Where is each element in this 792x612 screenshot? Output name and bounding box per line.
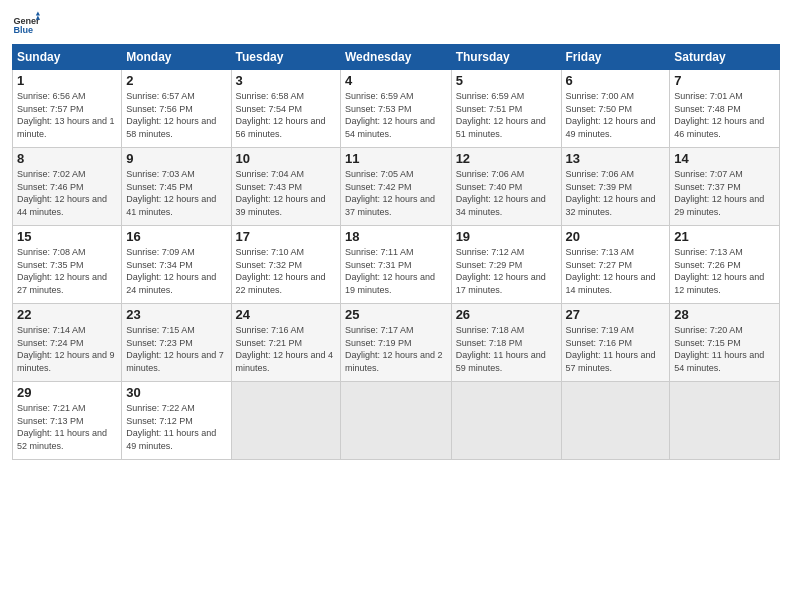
calendar-cell: 17 Sunrise: 7:10 AM Sunset: 7:32 PM Dayl… — [231, 226, 340, 304]
calendar-cell: 12 Sunrise: 7:06 AM Sunset: 7:40 PM Dayl… — [451, 148, 561, 226]
day-info: Sunrise: 7:06 AM Sunset: 7:39 PM Dayligh… — [566, 168, 666, 218]
logo-icon: General Blue — [12, 10, 40, 38]
day-info: Sunrise: 7:11 AM Sunset: 7:31 PM Dayligh… — [345, 246, 447, 296]
calendar-cell: 30 Sunrise: 7:22 AM Sunset: 7:12 PM Dayl… — [122, 382, 231, 460]
day-header: Wednesday — [341, 45, 452, 70]
calendar-cell — [341, 382, 452, 460]
calendar-cell: 4 Sunrise: 6:59 AM Sunset: 7:53 PM Dayli… — [341, 70, 452, 148]
day-header: Sunday — [13, 45, 122, 70]
calendar-week: 29 Sunrise: 7:21 AM Sunset: 7:13 PM Dayl… — [13, 382, 780, 460]
day-info: Sunrise: 7:15 AM Sunset: 7:23 PM Dayligh… — [126, 324, 226, 374]
day-number: 3 — [236, 73, 336, 88]
day-number: 14 — [674, 151, 775, 166]
calendar-cell: 23 Sunrise: 7:15 AM Sunset: 7:23 PM Dayl… — [122, 304, 231, 382]
calendar-cell: 13 Sunrise: 7:06 AM Sunset: 7:39 PM Dayl… — [561, 148, 670, 226]
day-number: 18 — [345, 229, 447, 244]
day-info: Sunrise: 7:17 AM Sunset: 7:19 PM Dayligh… — [345, 324, 447, 374]
calendar-cell: 7 Sunrise: 7:01 AM Sunset: 7:48 PM Dayli… — [670, 70, 780, 148]
calendar-cell: 5 Sunrise: 6:59 AM Sunset: 7:51 PM Dayli… — [451, 70, 561, 148]
day-number: 24 — [236, 307, 336, 322]
day-number: 29 — [17, 385, 117, 400]
calendar-cell: 26 Sunrise: 7:18 AM Sunset: 7:18 PM Dayl… — [451, 304, 561, 382]
calendar-week: 8 Sunrise: 7:02 AM Sunset: 7:46 PM Dayli… — [13, 148, 780, 226]
header-row: General Blue — [12, 10, 780, 38]
day-number: 8 — [17, 151, 117, 166]
day-info: Sunrise: 7:03 AM Sunset: 7:45 PM Dayligh… — [126, 168, 226, 218]
day-number: 1 — [17, 73, 117, 88]
calendar-cell: 15 Sunrise: 7:08 AM Sunset: 7:35 PM Dayl… — [13, 226, 122, 304]
day-info: Sunrise: 6:59 AM Sunset: 7:53 PM Dayligh… — [345, 90, 447, 140]
day-number: 11 — [345, 151, 447, 166]
calendar-week: 15 Sunrise: 7:08 AM Sunset: 7:35 PM Dayl… — [13, 226, 780, 304]
day-info: Sunrise: 7:16 AM Sunset: 7:21 PM Dayligh… — [236, 324, 336, 374]
calendar-cell: 29 Sunrise: 7:21 AM Sunset: 7:13 PM Dayl… — [13, 382, 122, 460]
day-number: 26 — [456, 307, 557, 322]
day-info: Sunrise: 6:57 AM Sunset: 7:56 PM Dayligh… — [126, 90, 226, 140]
calendar-cell: 18 Sunrise: 7:11 AM Sunset: 7:31 PM Dayl… — [341, 226, 452, 304]
calendar-cell: 22 Sunrise: 7:14 AM Sunset: 7:24 PM Dayl… — [13, 304, 122, 382]
logo: General Blue — [12, 10, 40, 38]
day-info: Sunrise: 7:21 AM Sunset: 7:13 PM Dayligh… — [17, 402, 117, 452]
day-number: 28 — [674, 307, 775, 322]
day-number: 9 — [126, 151, 226, 166]
calendar-cell: 2 Sunrise: 6:57 AM Sunset: 7:56 PM Dayli… — [122, 70, 231, 148]
calendar-cell — [561, 382, 670, 460]
day-header: Monday — [122, 45, 231, 70]
day-header: Saturday — [670, 45, 780, 70]
day-info: Sunrise: 7:08 AM Sunset: 7:35 PM Dayligh… — [17, 246, 117, 296]
day-header: Friday — [561, 45, 670, 70]
day-header: Thursday — [451, 45, 561, 70]
calendar-container: General Blue SundayMondayTuesdayWednesda… — [0, 0, 792, 468]
day-info: Sunrise: 7:00 AM Sunset: 7:50 PM Dayligh… — [566, 90, 666, 140]
day-info: Sunrise: 7:04 AM Sunset: 7:43 PM Dayligh… — [236, 168, 336, 218]
day-info: Sunrise: 7:02 AM Sunset: 7:46 PM Dayligh… — [17, 168, 117, 218]
calendar-cell: 28 Sunrise: 7:20 AM Sunset: 7:15 PM Dayl… — [670, 304, 780, 382]
day-info: Sunrise: 6:58 AM Sunset: 7:54 PM Dayligh… — [236, 90, 336, 140]
day-info: Sunrise: 7:01 AM Sunset: 7:48 PM Dayligh… — [674, 90, 775, 140]
day-number: 15 — [17, 229, 117, 244]
day-number: 7 — [674, 73, 775, 88]
calendar-cell: 3 Sunrise: 6:58 AM Sunset: 7:54 PM Dayli… — [231, 70, 340, 148]
calendar-cell: 27 Sunrise: 7:19 AM Sunset: 7:16 PM Dayl… — [561, 304, 670, 382]
calendar-cell — [670, 382, 780, 460]
calendar-cell: 11 Sunrise: 7:05 AM Sunset: 7:42 PM Dayl… — [341, 148, 452, 226]
day-number: 6 — [566, 73, 666, 88]
day-info: Sunrise: 7:18 AM Sunset: 7:18 PM Dayligh… — [456, 324, 557, 374]
day-number: 22 — [17, 307, 117, 322]
calendar-cell: 10 Sunrise: 7:04 AM Sunset: 7:43 PM Dayl… — [231, 148, 340, 226]
day-number: 10 — [236, 151, 336, 166]
day-number: 25 — [345, 307, 447, 322]
day-info: Sunrise: 7:19 AM Sunset: 7:16 PM Dayligh… — [566, 324, 666, 374]
calendar-cell — [451, 382, 561, 460]
day-number: 21 — [674, 229, 775, 244]
day-number: 5 — [456, 73, 557, 88]
day-number: 2 — [126, 73, 226, 88]
day-info: Sunrise: 7:06 AM Sunset: 7:40 PM Dayligh… — [456, 168, 557, 218]
day-number: 17 — [236, 229, 336, 244]
header-row: SundayMondayTuesdayWednesdayThursdayFrid… — [13, 45, 780, 70]
svg-text:Blue: Blue — [13, 25, 33, 35]
day-info: Sunrise: 7:22 AM Sunset: 7:12 PM Dayligh… — [126, 402, 226, 452]
day-info: Sunrise: 6:56 AM Sunset: 7:57 PM Dayligh… — [17, 90, 117, 140]
calendar-cell: 9 Sunrise: 7:03 AM Sunset: 7:45 PM Dayli… — [122, 148, 231, 226]
calendar-cell: 6 Sunrise: 7:00 AM Sunset: 7:50 PM Dayli… — [561, 70, 670, 148]
day-number: 16 — [126, 229, 226, 244]
calendar-table: SundayMondayTuesdayWednesdayThursdayFrid… — [12, 44, 780, 460]
calendar-cell — [231, 382, 340, 460]
day-number: 23 — [126, 307, 226, 322]
calendar-cell: 21 Sunrise: 7:13 AM Sunset: 7:26 PM Dayl… — [670, 226, 780, 304]
calendar-week: 1 Sunrise: 6:56 AM Sunset: 7:57 PM Dayli… — [13, 70, 780, 148]
day-number: 12 — [456, 151, 557, 166]
calendar-cell: 16 Sunrise: 7:09 AM Sunset: 7:34 PM Dayl… — [122, 226, 231, 304]
day-number: 13 — [566, 151, 666, 166]
day-info: Sunrise: 7:09 AM Sunset: 7:34 PM Dayligh… — [126, 246, 226, 296]
day-info: Sunrise: 7:10 AM Sunset: 7:32 PM Dayligh… — [236, 246, 336, 296]
day-info: Sunrise: 7:14 AM Sunset: 7:24 PM Dayligh… — [17, 324, 117, 374]
calendar-cell: 1 Sunrise: 6:56 AM Sunset: 7:57 PM Dayli… — [13, 70, 122, 148]
day-info: Sunrise: 7:13 AM Sunset: 7:26 PM Dayligh… — [674, 246, 775, 296]
calendar-cell: 8 Sunrise: 7:02 AM Sunset: 7:46 PM Dayli… — [13, 148, 122, 226]
day-number: 19 — [456, 229, 557, 244]
day-number: 4 — [345, 73, 447, 88]
day-header: Tuesday — [231, 45, 340, 70]
day-info: Sunrise: 7:20 AM Sunset: 7:15 PM Dayligh… — [674, 324, 775, 374]
